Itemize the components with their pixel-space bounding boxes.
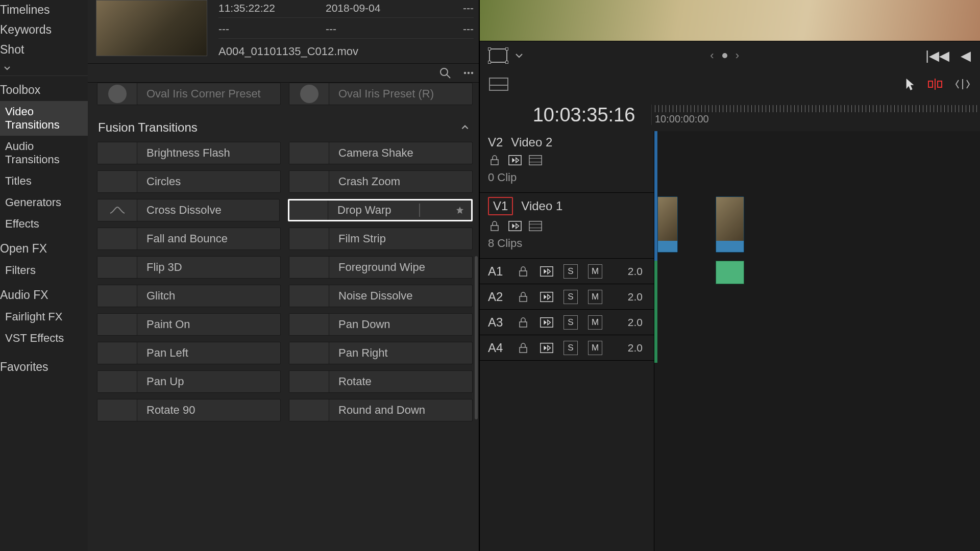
sidebar-item-titles[interactable]: Titles bbox=[0, 170, 88, 192]
transition-brightness-flash[interactable]: Brightness Flash bbox=[97, 142, 281, 164]
svg-rect-23 bbox=[520, 322, 527, 327]
timeline-ruler[interactable]: 10:00:00:00 bbox=[651, 105, 980, 125]
sidebar-collapse-row[interactable] bbox=[0, 60, 88, 76]
timeline-view-icon[interactable] bbox=[489, 78, 508, 91]
chevron-down-icon[interactable] bbox=[514, 53, 524, 59]
lock-icon[interactable] bbox=[517, 342, 530, 354]
category-favorites[interactable]: Favorites bbox=[0, 357, 88, 377]
mute-button[interactable]: M bbox=[588, 264, 602, 279]
lock-icon[interactable] bbox=[517, 317, 530, 328]
transition-rotate[interactable]: Rotate bbox=[289, 370, 473, 393]
transform-icon[interactable] bbox=[489, 48, 507, 63]
timeline-panel: ‹ › |◀◀ ◀ 10:03:35:16 10:00:00:00 bbox=[480, 0, 980, 551]
video-track-header-v1[interactable]: V1Video 1 8 Clips bbox=[480, 193, 654, 259]
clip-filename: A004_01101135_C012.mov bbox=[218, 44, 474, 58]
audio-track-header-a4[interactable]: A4 S M 2.0 bbox=[480, 335, 654, 361]
solo-button[interactable]: S bbox=[564, 290, 578, 304]
nav-prev-icon[interactable]: ‹ bbox=[710, 49, 714, 62]
trim-tool-icon[interactable] bbox=[954, 77, 971, 91]
transition-cross-dissolve[interactable]: Cross Dissolve bbox=[97, 199, 280, 221]
smartbin-shot[interactable]: Shot bbox=[0, 40, 88, 60]
auto-select-icon[interactable] bbox=[540, 266, 553, 277]
sidebar-item-generators[interactable]: Generators bbox=[0, 192, 88, 213]
transition-camera-shake[interactable]: Camera Shake bbox=[289, 142, 473, 164]
search-icon[interactable] bbox=[439, 67, 451, 79]
transition-flip-3d[interactable]: Flip 3D bbox=[97, 256, 281, 279]
selection-tool-icon[interactable] bbox=[904, 78, 916, 91]
solo-button[interactable]: S bbox=[564, 315, 578, 330]
smartbin-keywords[interactable]: Keywords bbox=[0, 20, 88, 40]
mute-button[interactable]: M bbox=[588, 290, 602, 304]
transition-pan-right[interactable]: Pan Right bbox=[289, 342, 473, 364]
timeline-clip[interactable] bbox=[657, 196, 678, 253]
transition-foreground-wipe[interactable]: Foreground Wipe bbox=[289, 256, 473, 279]
svg-line-1 bbox=[447, 74, 450, 78]
svg-point-2 bbox=[464, 72, 466, 74]
smartbin-timelines[interactable]: Timelines bbox=[0, 0, 88, 20]
transition-noise-dissolve[interactable]: Noise Dissolve bbox=[289, 285, 473, 307]
clip-thumbnail[interactable] bbox=[96, 0, 207, 56]
viewer-preview[interactable] bbox=[480, 0, 980, 41]
category-toolbox[interactable]: Toolbox bbox=[0, 76, 88, 101]
lock-icon[interactable] bbox=[517, 291, 530, 303]
favorite-star-icon[interactable] bbox=[456, 206, 464, 214]
sidebar-item-vst-effects[interactable]: VST Effects bbox=[0, 328, 88, 349]
transition-oval-iris-r[interactable]: Oval Iris Preset (R) bbox=[289, 83, 473, 105]
svg-rect-9 bbox=[491, 160, 498, 165]
scrollbar-thumb[interactable] bbox=[475, 256, 478, 419]
sidebar-item-effects[interactable]: Effects bbox=[0, 213, 88, 235]
track-display-icon[interactable] bbox=[529, 220, 542, 232]
transition-glitch[interactable]: Glitch bbox=[97, 285, 281, 307]
mute-button[interactable]: M bbox=[588, 315, 602, 330]
track-display-icon[interactable] bbox=[529, 155, 542, 166]
lock-icon[interactable] bbox=[517, 266, 530, 277]
section-fusion-transitions[interactable]: Fusion Transitions bbox=[97, 111, 473, 142]
transition-oval-iris-corner[interactable]: Oval Iris Corner Preset bbox=[97, 83, 281, 105]
timeline-canvas[interactable] bbox=[654, 131, 980, 551]
solo-button[interactable]: S bbox=[564, 341, 578, 355]
transition-fall-and-bounce[interactable]: Fall and Bounce bbox=[97, 228, 281, 250]
auto-select-icon[interactable] bbox=[508, 220, 522, 232]
transition-paint-on[interactable]: Paint On bbox=[97, 313, 281, 336]
sidebar-item-filters[interactable]: Filters bbox=[0, 260, 88, 281]
sidebar-item-fairlight-fx[interactable]: Fairlight FX bbox=[0, 306, 88, 328]
svg-point-0 bbox=[440, 68, 448, 76]
transition-pan-left[interactable]: Pan Left bbox=[97, 342, 281, 364]
sidebar-item-video-transitions[interactable]: Video Transitions bbox=[0, 101, 88, 136]
nav-next-icon[interactable]: › bbox=[736, 49, 739, 62]
auto-select-icon[interactable] bbox=[540, 342, 553, 354]
go-start-icon[interactable]: |◀◀ bbox=[925, 48, 949, 64]
transition-round-and-down[interactable]: Round and Down bbox=[289, 399, 473, 421]
timecode-display[interactable]: 10:03:35:16 bbox=[480, 104, 651, 126]
auto-select-icon[interactable] bbox=[540, 291, 553, 303]
transition-drop-warp[interactable]: Drop Warp bbox=[288, 199, 473, 221]
lock-icon[interactable] bbox=[488, 155, 501, 166]
auto-select-icon[interactable] bbox=[508, 155, 522, 166]
audio-track-header-a2[interactable]: A2 S M 2.0 bbox=[480, 284, 654, 310]
audio-track-header-a1[interactable]: A1 S M 2.0 bbox=[480, 259, 654, 284]
blade-tool-icon[interactable] bbox=[927, 77, 943, 91]
step-back-icon[interactable]: ◀ bbox=[961, 48, 971, 64]
chevron-down-icon bbox=[3, 64, 11, 72]
category-openfx[interactable]: Open FX bbox=[0, 235, 88, 260]
transition-pan-down[interactable]: Pan Down bbox=[289, 313, 473, 336]
transition-film-strip[interactable]: Film Strip bbox=[289, 228, 473, 250]
effects-sidebar: Timelines Keywords Shot Toolbox Video Tr… bbox=[0, 0, 88, 551]
transition-rotate-90[interactable]: Rotate 90 bbox=[97, 399, 281, 421]
auto-select-icon[interactable] bbox=[540, 317, 553, 328]
mute-button[interactable]: M bbox=[588, 341, 602, 355]
sidebar-item-audio-transitions[interactable]: Audio Transitions bbox=[0, 136, 88, 170]
lock-icon[interactable] bbox=[488, 220, 501, 232]
category-audiofx[interactable]: Audio FX bbox=[0, 281, 88, 306]
timeline-clip[interactable] bbox=[716, 196, 744, 253]
timeline-audio-clip[interactable] bbox=[716, 261, 744, 284]
svg-rect-5 bbox=[928, 81, 933, 87]
options-menu-icon[interactable] bbox=[462, 67, 475, 79]
transition-crash-zoom[interactable]: Crash Zoom bbox=[289, 170, 473, 193]
audio-track-header-a3[interactable]: A3 S M 2.0 bbox=[480, 310, 654, 335]
transition-circles[interactable]: Circles bbox=[97, 170, 281, 193]
solo-button[interactable]: S bbox=[564, 264, 578, 279]
video-track-header-v2[interactable]: V2Video 2 0 Clip bbox=[480, 131, 654, 193]
transition-pan-up[interactable]: Pan Up bbox=[97, 370, 281, 393]
svg-rect-16 bbox=[529, 221, 542, 231]
